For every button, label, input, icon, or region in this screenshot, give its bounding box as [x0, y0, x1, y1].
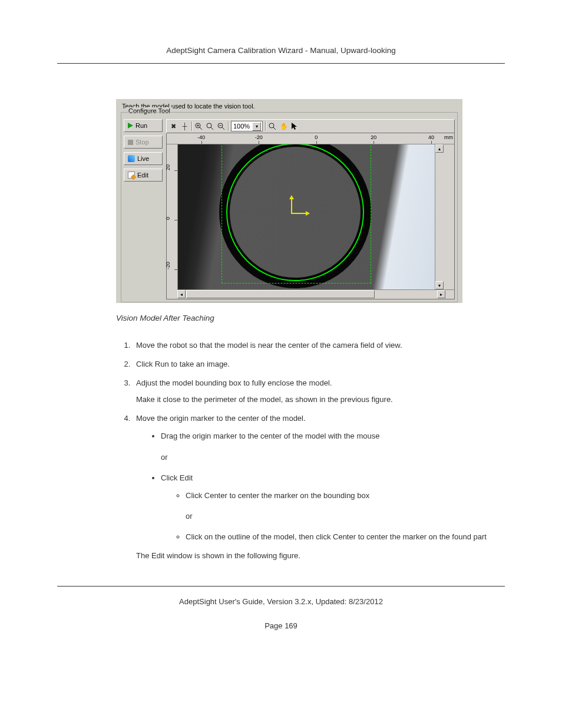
svg-line-7: [222, 127, 224, 130]
edit-icon: [128, 172, 135, 179]
origin-marker[interactable]: [291, 196, 309, 214]
zoom-region-icon[interactable]: [268, 122, 277, 131]
scroll-thumb[interactable]: [186, 290, 375, 298]
bounding-box[interactable]: [222, 144, 371, 284]
footer-page-number: Page 169: [57, 621, 505, 630]
svg-marker-11: [292, 123, 297, 130]
ruler-unit: mm: [444, 134, 453, 140]
scroll-right-icon[interactable]: ▸: [437, 290, 445, 298]
ruler-x: -40 -20 0 20 40 mm: [167, 133, 454, 144]
scroll-up-icon[interactable]: ▴: [435, 144, 444, 153]
svg-line-10: [273, 127, 276, 130]
figure-vision-model: Teach the model used to locate the visio…: [116, 99, 462, 303]
step-4: Move the origin marker to the center of …: [133, 412, 505, 562]
scroll-down-icon[interactable]: ▾: [435, 281, 444, 289]
edit-button[interactable]: Edit: [124, 169, 163, 182]
stop-button[interactable]: Stop: [124, 136, 163, 149]
live-icon: [128, 155, 135, 162]
run-button[interactable]: Run: [124, 119, 163, 132]
instruction-list: Move the robot so that the model is near…: [116, 339, 505, 562]
stop-button-label: Stop: [135, 139, 149, 146]
pan-icon[interactable]: ✋: [279, 122, 288, 131]
zoom-combo[interactable]: 100% ▾: [231, 121, 263, 131]
viewer-toolbar: ✖ ┼: [166, 119, 455, 133]
header-rule: [57, 63, 505, 64]
configure-tool-group: Run Stop Live: [121, 112, 458, 302]
image-viewport[interactable]: [178, 144, 435, 289]
step-4-sub-2-b: Click on the outline of the model, then …: [186, 531, 505, 543]
ruler-y: 20 0 -20: [167, 144, 178, 289]
scroll-left-icon[interactable]: ◂: [177, 290, 186, 298]
footer-rule: [57, 586, 505, 587]
step-4-sub-1: Drag the origin marker to the center of …: [161, 430, 505, 463]
svg-point-9: [269, 123, 274, 128]
zoom-out-icon[interactable]: [217, 122, 226, 131]
step-4-sub-2: Click Edit Click Center to center the ma…: [161, 472, 505, 543]
live-button-label: Live: [137, 155, 149, 162]
scrollbar-horizontal[interactable]: ◂ ▸: [177, 289, 454, 299]
edit-button-label: Edit: [137, 172, 148, 179]
svg-line-5: [211, 127, 213, 130]
svg-point-4: [207, 123, 211, 128]
step-1: Move the robot so that the model is near…: [133, 339, 505, 352]
footer-line: AdeptSight User's Guide, Version 3.2.x, …: [57, 597, 505, 606]
svg-line-1: [200, 127, 202, 130]
crosshair-icon[interactable]: ┼: [180, 122, 189, 131]
live-button[interactable]: Live: [124, 152, 163, 165]
run-button-label: Run: [135, 122, 147, 129]
step-3: Adjust the model bounding box to fully e…: [133, 377, 505, 406]
pointer-icon[interactable]: [290, 122, 299, 131]
step-4-sub-2-a: Click Center to center the marker on the…: [186, 489, 505, 523]
tools-icon[interactable]: ✖: [169, 122, 178, 131]
chevron-down-icon[interactable]: ▾: [252, 122, 261, 131]
page-header-title: AdeptSight Camera Calibration Wizard - M…: [57, 46, 505, 55]
step-2: Click Run to take an image.: [133, 358, 505, 371]
zoom-value: 100%: [233, 123, 250, 130]
stop-icon: [128, 140, 133, 145]
play-icon: [128, 123, 133, 129]
scrollbar-vertical[interactable]: ▴ ▾: [435, 144, 444, 289]
zoom-fit-icon[interactable]: [206, 122, 214, 131]
figure-caption: Vision Model After Teaching: [57, 314, 505, 322]
zoom-in-icon[interactable]: [194, 122, 203, 131]
